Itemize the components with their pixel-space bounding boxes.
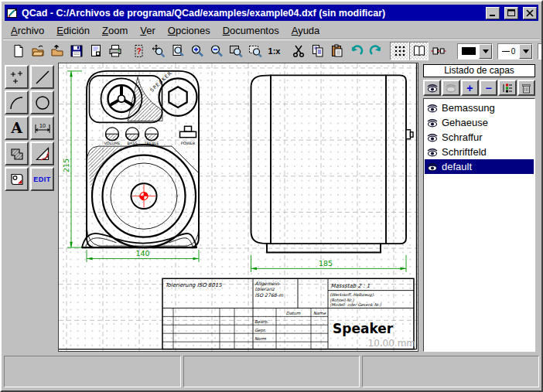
edit-mode-label: EDIT	[33, 176, 51, 183]
tb-scale: Massstab 2 : 1	[331, 283, 371, 289]
arc-tool-button[interactable]	[5, 90, 29, 114]
measure-tool-button[interactable]	[30, 141, 54, 165]
menu-documentos[interactable]: Documentos	[217, 23, 285, 38]
line-tool-button[interactable]	[30, 65, 54, 89]
remove-layer-button[interactable]: −	[480, 80, 497, 96]
add-layer-button[interactable]: +	[461, 80, 479, 96]
layer-item-schraffur[interactable]: Schraffur	[425, 130, 534, 145]
paste-button[interactable]	[327, 42, 347, 60]
zoom-window-button[interactable]	[226, 42, 245, 60]
point-tool-button[interactable]	[5, 65, 29, 89]
undo-button[interactable]	[347, 42, 366, 60]
zoom-auto-button[interactable]	[245, 42, 265, 60]
copy-icon	[311, 44, 325, 58]
point-tool-icon	[9, 69, 26, 86]
menu-opciones[interactable]: Opciones	[162, 23, 217, 38]
menu-edicion[interactable]: Edición	[50, 23, 96, 38]
color-combo-arrow[interactable]	[479, 44, 492, 59]
views-toggle-button[interactable]	[409, 42, 429, 60]
chevron-down-icon	[483, 49, 489, 56]
show-layer-button[interactable]	[423, 80, 441, 96]
hatch-tool-button[interactable]	[5, 141, 29, 165]
import-file-button[interactable]	[47, 42, 67, 60]
line-tool-icon	[34, 69, 51, 86]
layer-item-gehaeuse[interactable]: Gehaeuse	[425, 115, 534, 130]
circle-tool-button[interactable]	[30, 90, 54, 114]
cut-button[interactable]	[289, 42, 308, 60]
status-cell-selection	[362, 356, 539, 387]
line-width-combo-arrow[interactable]	[519, 44, 532, 59]
folder-import-icon	[50, 44, 64, 58]
copy-button[interactable]	[308, 42, 327, 60]
text-tool-button[interactable]: A	[5, 116, 29, 140]
svg-text:?: ?	[136, 47, 141, 56]
save-file-button[interactable]	[67, 42, 86, 60]
zoom-in-icon	[190, 44, 204, 58]
dim-front-width: 140	[135, 250, 149, 258]
eye-icon	[426, 133, 439, 142]
menu-zoom[interactable]: Zoom	[96, 23, 134, 38]
new-file-button[interactable]	[9, 42, 28, 60]
print-preview-button[interactable]	[86, 42, 105, 60]
layer-attributes-button[interactable]	[498, 80, 516, 96]
zoom-page-button[interactable]	[168, 42, 187, 60]
layer-name: Gehaeuse	[442, 117, 488, 128]
layer-item-bemassung[interactable]: Bemassung	[425, 101, 534, 115]
title-bar[interactable]: QCad - C:/Archivos de programa/QCad/exam…	[5, 5, 538, 21]
zoom-pan-button[interactable]	[149, 42, 168, 60]
current-color-swatch	[462, 47, 476, 55]
line-width-combo[interactable]: 0	[497, 43, 533, 60]
bass-label: BASS	[127, 141, 137, 145]
tag-tool-button[interactable]	[5, 167, 29, 191]
delete-layer-button[interactable]	[517, 80, 535, 96]
main-toolbar: ?	[3, 39, 540, 62]
dimension-tool-button[interactable]: 10	[30, 116, 54, 140]
layer-panel-title: Listado de capas	[423, 64, 535, 77]
minimize-button[interactable]	[486, 7, 500, 19]
zoom-in-button[interactable]	[187, 42, 207, 60]
drawing-canvas[interactable]: SPEAKER VOLUME BASS TREBLE POWER	[58, 63, 418, 352]
color-combo[interactable]	[457, 43, 493, 60]
treble-label: TREBLE	[143, 141, 159, 145]
redo-button[interactable]	[366, 42, 385, 60]
layer-list: Bemassung Gehaeuse Schraffur	[423, 98, 535, 352]
zoom-window-icon	[229, 44, 243, 58]
eye-closed-icon	[445, 84, 457, 93]
hide-layer-button[interactable]	[442, 80, 459, 96]
eye-icon	[426, 84, 439, 93]
zoom-out-button[interactable]	[207, 42, 226, 60]
eye-icon	[426, 104, 439, 113]
redraw-button[interactable]: ?	[129, 42, 149, 60]
snap-connection-button[interactable]	[429, 42, 448, 60]
eye-icon	[426, 148, 439, 157]
menu-ver[interactable]: Ver	[134, 23, 162, 38]
measure-tool-icon	[34, 145, 51, 162]
close-button[interactable]	[523, 7, 537, 19]
line-width-value: 0	[511, 47, 516, 56]
tb-row-gepr: Gepr.	[254, 328, 266, 333]
close-icon	[526, 9, 534, 17]
layer-toolbar: + −	[423, 80, 535, 96]
tb-row-norm: Norm	[254, 336, 267, 341]
edit-mode-button[interactable]: EDIT	[30, 167, 54, 191]
layer-item-default[interactable]: default	[425, 159, 534, 174]
book-icon	[412, 44, 426, 58]
menu-ayuda[interactable]: Ayuda	[285, 23, 326, 38]
line-type-combo[interactable]	[538, 43, 543, 60]
layer-name: Schriftfeld	[442, 146, 487, 158]
open-file-button[interactable]	[28, 42, 47, 60]
status-bar	[3, 353, 540, 389]
dimension-tool-icon: 10	[33, 120, 52, 137]
main-area: A 10	[3, 63, 540, 352]
layer-item-schriftfeld[interactable]: Schriftfeld	[425, 145, 534, 159]
print-button[interactable]	[105, 42, 125, 60]
maximize-button[interactable]	[504, 7, 518, 19]
plus-icon: +	[466, 82, 473, 94]
minimize-icon	[489, 9, 497, 17]
layer-name: Bemassung	[442, 102, 495, 114]
grid-toggle-button[interactable]	[390, 42, 409, 60]
chevron-down-icon	[523, 49, 529, 56]
menu-archivo[interactable]: Archivo	[5, 23, 50, 38]
zoom-scale-button[interactable]: 1:x	[265, 42, 284, 60]
zoom-pan-icon	[152, 44, 166, 58]
